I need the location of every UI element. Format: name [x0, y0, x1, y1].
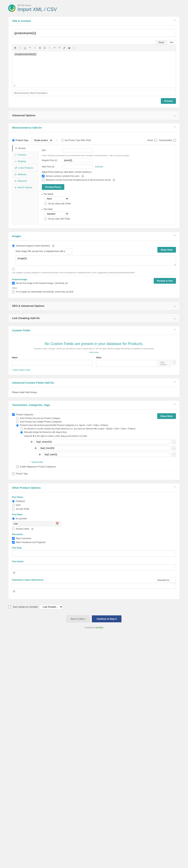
visual-tab[interactable]: Visual [156, 40, 166, 44]
text-tab[interactable]: Text [167, 40, 176, 44]
draft-if-no-images-checkbox[interactable] [12, 290, 15, 293]
status-xpath-radio[interactable] [12, 508, 15, 510]
post-author-input[interactable] [12, 564, 176, 570]
help-icon[interactable]: ? [52, 245, 54, 247]
status-draft-radio[interactable] [12, 504, 15, 506]
set-featured-checkbox[interactable] [12, 282, 15, 284]
cf-value-input[interactable] [96, 360, 157, 367]
product-tags-checkbox[interactable] [12, 472, 15, 475]
tax-item-input[interactable] [35, 439, 170, 444]
tax-opt3-radio[interactable] [16, 424, 19, 427]
align-center-icon[interactable]: ≣ [38, 45, 42, 50]
advanced-options-header[interactable]: Advanced Options ⌄ [8, 111, 180, 120]
continue-button[interactable]: Continue to Step 4 [92, 615, 121, 622]
schedule-link[interactable]: schedule [95, 165, 103, 168]
undo-icon[interactable]: ↶ [52, 45, 57, 50]
back-button[interactable]: Back to Step 2 [67, 615, 90, 622]
product-type-select[interactable]: Simple product [31, 138, 53, 143]
help-icon[interactable]: ? [13, 590, 15, 592]
fullscreen-icon[interactable]: ⛶ [72, 45, 76, 50]
product-type-radio[interactable] [12, 139, 15, 142]
help-icon[interactable]: ? [113, 179, 115, 181]
product-categories-checkbox[interactable] [12, 413, 15, 416]
justify-icon[interactable]: ≡ [47, 45, 52, 50]
tab-attributes[interactable]: ☰ Attributes [12, 171, 39, 178]
dates-specified-radio[interactable] [12, 517, 15, 520]
tab-addon-options[interactable]: ⊕ Add-On Options [12, 184, 39, 191]
allow-trackbacks-checkbox[interactable] [12, 541, 15, 544]
other-options-header[interactable]: Other Product Options ⌃ [8, 483, 180, 492]
images-header[interactable]: Images ⌃ [8, 232, 180, 241]
enable-mapping-checkbox[interactable] [16, 465, 19, 468]
show-hints-button[interactable]: Show hints [157, 247, 176, 253]
virtual-checkbox[interactable] [154, 139, 157, 142]
tax-status-select[interactable]: None [44, 196, 69, 201]
tax-sub2-radio[interactable] [20, 431, 23, 434]
italic-icon[interactable]: I [18, 45, 23, 50]
downloadable-checkbox[interactable] [173, 139, 176, 142]
tax-opt1-radio[interactable] [16, 417, 19, 420]
load-template-select[interactable]: Load Template... [40, 604, 63, 609]
expand-icon[interactable]: ▸ [91, 171, 92, 173]
add-custom-field-link[interactable]: + Add Custom Field [12, 369, 30, 371]
tax-sub1-radio[interactable] [20, 428, 23, 430]
attachment-separator-input[interactable] [170, 577, 176, 583]
calendar-button[interactable]: 📅 [54, 521, 61, 526]
drag-handle-icon[interactable]: ✚ [35, 446, 37, 450]
content-editor[interactable]: {longdescriptiontitle[1]} P [12, 51, 176, 88]
tax-status-xpath-radio[interactable] [44, 202, 47, 205]
taxonomies-header[interactable]: Taxonomies, Categories, Tags ⌃ [8, 401, 180, 410]
regular-price-input[interactable] [62, 158, 93, 162]
tax-item-input[interactable] [39, 445, 170, 451]
post-slug-input[interactable] [12, 551, 176, 557]
woocommerce-header[interactable]: WooCommerce Add-On ⌃ [8, 123, 180, 132]
acf-header[interactable]: Advanced Custom Fields Add-On ⌃ [8, 378, 180, 387]
short-description-input[interactable] [12, 90, 176, 96]
tab-linked-products[interactable]: 🔗 Linked Products [12, 165, 39, 171]
tab-shipping[interactable]: ☐ Shipping [12, 158, 39, 165]
align-left-icon[interactable]: ≡ [33, 45, 37, 50]
drag-handle-icon[interactable]: ✚ [30, 440, 33, 443]
image-icon[interactable]: ▣ [67, 45, 71, 50]
preview-test-button[interactable]: Preview & Test [154, 278, 176, 284]
tab-inventory[interactable]: ☐ Inventory [12, 152, 39, 158]
date-input[interactable] [12, 521, 53, 526]
dates-random-radio[interactable] [12, 527, 15, 530]
allow-comments-checkbox[interactable] [12, 537, 15, 540]
link-cloaking-header[interactable]: Link Cloaking Add-On⌄ [8, 314, 180, 322]
remove-field-button[interactable]: − [173, 360, 176, 364]
image-separator-input[interactable] [66, 248, 72, 254]
underline-icon[interactable]: U [23, 45, 27, 50]
bold-icon[interactable]: B [13, 45, 17, 50]
product-type-xpath-radio[interactable] [61, 139, 64, 142]
title-content-header[interactable]: Title & Content ⌃ [8, 17, 180, 26]
custom-fields-header[interactable]: Custom Fields ⌃ [8, 326, 180, 335]
help-icon[interactable]: ? [31, 528, 34, 530]
tax-class-xpath-radio[interactable] [44, 217, 47, 220]
add-another-link[interactable]: + Add Another [30, 461, 43, 463]
remove-currency-checkbox[interactable] [42, 175, 44, 177]
attachments-input[interactable] [12, 583, 176, 589]
product-title-input[interactable] [12, 29, 176, 37]
remove-button[interactable]: − [172, 446, 176, 451]
tax-opt2-radio[interactable] [16, 421, 19, 423]
tax-class-select[interactable]: Standard [44, 212, 69, 216]
download-elsewhere-radio[interactable] [12, 244, 15, 247]
status-published-radio[interactable] [12, 500, 15, 502]
link-icon[interactable]: 🔗 [62, 45, 67, 50]
convert-prices-checkbox[interactable] [42, 179, 44, 181]
help-icon[interactable]: ? [13, 571, 15, 574]
show-hints-button[interactable]: Show Hints [157, 413, 176, 419]
tab-advanced[interactable]: ⚙ Advanced [12, 178, 39, 184]
redo-icon[interactable]: ↷ [57, 45, 62, 50]
align-right-icon[interactable]: ☰ [42, 45, 47, 50]
preview-prices-button[interactable]: Preview Prices [42, 184, 64, 190]
tab-general[interactable]: ☰ General [12, 145, 39, 152]
sku-input[interactable] [62, 148, 93, 152]
sale-price-input[interactable] [62, 164, 93, 169]
preview-button[interactable]: Preview [161, 98, 176, 104]
seo-header[interactable]: SEO & Advanced Options⌄ [8, 302, 180, 310]
use-uploaded-radio[interactable] [12, 268, 15, 270]
remove-button[interactable]: − [172, 452, 176, 457]
remove-button[interactable]: − [172, 440, 176, 444]
